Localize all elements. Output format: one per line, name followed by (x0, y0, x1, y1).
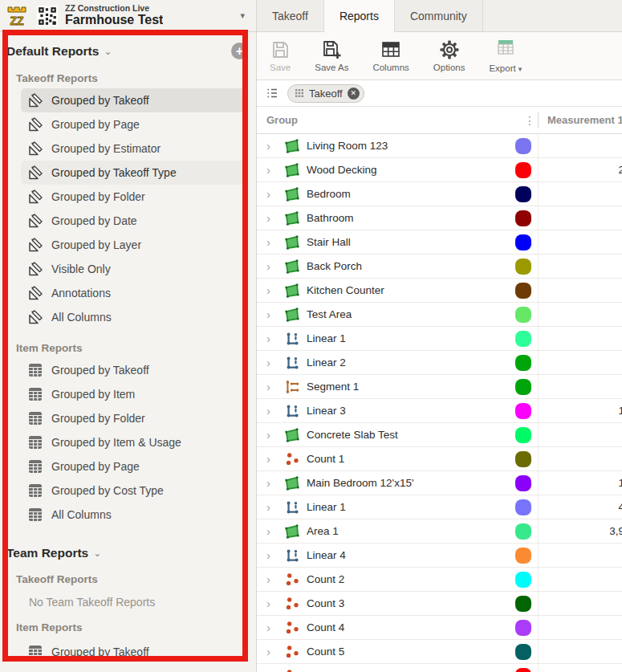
table-row[interactable]: › Count 2 (257, 568, 622, 592)
color-swatch[interactable] (515, 499, 531, 515)
project-dropdown-caret-icon[interactable]: ▾ (237, 7, 248, 24)
tab-community[interactable]: Community (395, 0, 483, 32)
team-reports-header[interactable]: Team Reports ⌄ (6, 546, 248, 560)
color-swatch[interactable] (515, 355, 531, 371)
chevron-right-icon[interactable]: › (266, 187, 284, 201)
export-button[interactable]: Export▾ (489, 37, 522, 75)
sidebar-report-item[interactable]: Grouped by Layer (21, 233, 246, 257)
color-swatch[interactable] (515, 475, 531, 491)
color-swatch[interactable] (515, 427, 531, 443)
chevron-right-icon[interactable]: › (266, 597, 284, 610)
sidebar-report-item[interactable]: Grouped by Takeoff (21, 358, 246, 382)
sidebar-report-item[interactable]: Grouped by Item & Usage (21, 430, 246, 454)
chevron-right-icon[interactable]: › (266, 476, 284, 490)
table-row[interactable]: › Main Bedroom 12'x15' 1 (257, 471, 622, 495)
table-row[interactable]: › (257, 664, 622, 672)
color-swatch[interactable] (515, 210, 531, 226)
chevron-right-icon[interactable]: › (266, 572, 284, 586)
color-swatch[interactable] (515, 403, 531, 419)
color-swatch[interactable] (515, 138, 531, 154)
options-button[interactable]: Options (433, 39, 465, 72)
table-row[interactable]: › Test Area (257, 303, 622, 327)
chevron-right-icon[interactable]: › (266, 259, 284, 273)
default-reports-header[interactable]: Default Reports ⌄ + (6, 43, 248, 59)
table-row[interactable]: › Stair Hall (257, 230, 622, 255)
color-swatch[interactable] (515, 620, 531, 636)
table-row[interactable]: › Linear 4 (257, 544, 622, 568)
sidebar-report-item[interactable]: All Columns (21, 503, 246, 527)
save-as-button[interactable]: Save As (315, 39, 348, 72)
color-swatch[interactable] (515, 668, 531, 672)
color-swatch[interactable] (515, 596, 531, 612)
tab-takeoff[interactable]: Takeoff (257, 0, 324, 32)
table-row[interactable]: › Linear 1 4 (257, 495, 622, 519)
table-row[interactable]: › Linear 2 (257, 351, 622, 375)
sidebar-report-item[interactable]: Grouped by Folder (21, 406, 246, 430)
color-swatch[interactable] (515, 307, 531, 323)
column-menu-icon[interactable]: ⋮ (524, 114, 535, 127)
table-row[interactable]: › Count 4 (257, 616, 622, 640)
chevron-right-icon[interactable]: › (266, 500, 284, 514)
chevron-right-icon[interactable]: › (266, 669, 284, 672)
table-row[interactable]: › Bedroom (257, 182, 622, 206)
color-swatch[interactable] (515, 283, 531, 299)
color-swatch[interactable] (515, 379, 531, 395)
chevron-right-icon[interactable]: › (266, 452, 284, 466)
table-row[interactable]: › Count 1 (257, 447, 622, 471)
color-swatch[interactable] (515, 451, 531, 467)
chevron-right-icon[interactable]: › (266, 139, 284, 153)
color-swatch[interactable] (515, 644, 531, 660)
chevron-right-icon[interactable]: › (266, 332, 284, 345)
sidebar-report-item[interactable]: All Columns (21, 305, 246, 329)
sidebar-report-item[interactable]: Grouped by Estimator (21, 136, 246, 161)
chevron-right-icon[interactable]: › (266, 621, 284, 634)
color-swatch[interactable] (515, 234, 531, 250)
color-swatch[interactable] (515, 186, 531, 202)
color-swatch[interactable] (515, 259, 531, 275)
table-row[interactable]: › Bathroom (257, 206, 622, 230)
chevron-right-icon[interactable]: › (266, 211, 284, 225)
table-row[interactable]: › Living Room 123 (257, 134, 622, 158)
chevron-right-icon[interactable]: › (266, 404, 284, 417)
add-report-button[interactable]: + (231, 43, 248, 59)
project-header[interactable]: ZZ ZZ Construction Live Farmhouse Test ▾ (0, 0, 257, 32)
table-row[interactable]: › Concrete Slab Test (257, 423, 622, 447)
group-tree-icon[interactable] (265, 86, 279, 100)
table-row[interactable]: › Segment 1 (257, 375, 622, 399)
color-swatch[interactable] (515, 572, 531, 588)
table-row[interactable]: › Wood Decking 2 (257, 158, 622, 182)
table-row[interactable]: › Linear 3 1 (257, 399, 622, 423)
sidebar-report-item[interactable]: Grouped by Takeoff (21, 88, 246, 112)
chevron-right-icon[interactable]: › (266, 283, 284, 297)
chevron-right-icon[interactable]: › (266, 380, 284, 393)
save-button[interactable]: Save (270, 39, 291, 72)
sidebar-report-item[interactable]: Grouped by Takeoff Type (21, 161, 246, 185)
sidebar-report-item[interactable]: Grouped by Page (21, 454, 246, 479)
table-row[interactable]: › Area 1 3,9 (257, 519, 622, 544)
table-row[interactable]: › Kitchen Counter (257, 279, 622, 303)
remove-filter-icon[interactable]: ✕ (348, 88, 360, 100)
chevron-right-icon[interactable]: › (266, 356, 284, 369)
color-swatch[interactable] (515, 162, 531, 178)
chevron-right-icon[interactable]: › (266, 428, 284, 442)
chevron-right-icon[interactable]: › (266, 235, 284, 249)
color-swatch[interactable] (515, 331, 531, 347)
sidebar-report-item[interactable]: Grouped by Takeoff (21, 640, 246, 664)
sidebar-report-item[interactable]: Grouped by Date (21, 209, 246, 233)
chevron-right-icon[interactable]: › (266, 645, 284, 658)
color-swatch[interactable] (515, 523, 531, 540)
sidebar-report-item[interactable]: Grouped by Folder (21, 185, 246, 209)
sidebar-report-item[interactable]: Grouped by Page (21, 112, 246, 136)
chevron-right-icon[interactable]: › (266, 163, 284, 177)
table-row[interactable]: › Linear 1 (257, 327, 622, 351)
sidebar-report-item[interactable]: Grouped by Cost Type (21, 479, 246, 503)
color-swatch[interactable] (515, 548, 531, 564)
takeoff-filter-chip[interactable]: Takeoff ✕ (287, 84, 364, 103)
columns-button[interactable]: Columns (372, 39, 409, 72)
sidebar-report-item[interactable]: Annotations (21, 281, 246, 305)
chevron-right-icon[interactable]: › (266, 548, 284, 562)
table-row[interactable]: › Count 3 (257, 592, 622, 616)
tab-reports[interactable]: Reports (324, 0, 395, 32)
table-row[interactable]: › Back Porch (257, 255, 622, 279)
sidebar-report-item[interactable]: Visible Only (21, 257, 246, 281)
